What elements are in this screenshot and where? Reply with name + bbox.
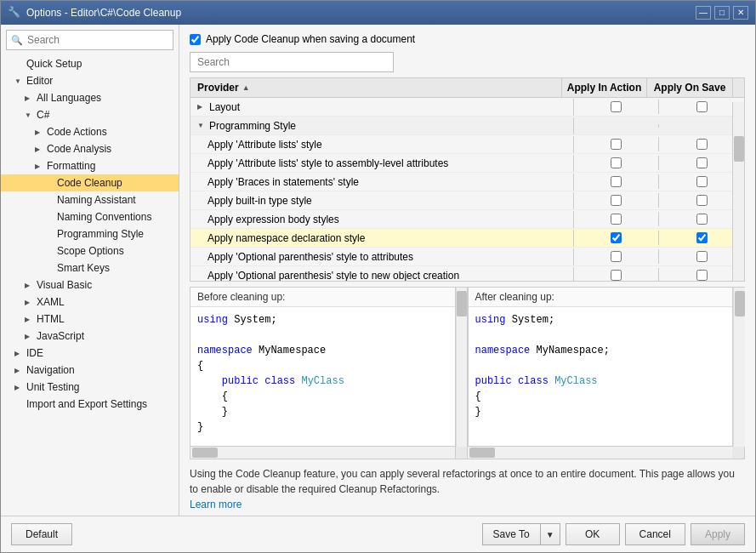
sidebar-item-html[interactable]: ▶ HTML — [1, 311, 179, 328]
sidebar-item-ide[interactable]: ▶ IDE — [1, 345, 179, 362]
default-button[interactable]: Default — [11, 523, 72, 545]
checkbox-optional-parens-attr-action[interactable] — [611, 251, 622, 262]
provider-row-layout[interactable]: ▶ Layout — [190, 98, 744, 117]
arrow-ide: ▶ — [14, 350, 23, 357]
save-to-wrap: Save To ▼ — [482, 523, 560, 545]
checkbox-namespace-action[interactable] — [611, 232, 622, 243]
before-scroll-corner — [456, 447, 468, 459]
checkbox-braces-save[interactable] — [696, 176, 708, 187]
cell-provider-optional-parens-attr: Apply 'Optional parenthesis' style to at… — [190, 248, 574, 265]
close-button[interactable]: ✕ — [733, 6, 748, 20]
checkbox-braces-action[interactable] — [611, 176, 622, 187]
sidebar-item-javascript[interactable]: ▶ JavaScript — [1, 328, 179, 345]
checkbox-optional-parens-attr-save[interactable] — [696, 251, 708, 262]
provider-table-header: Provider ▲ Apply In Action Apply On Save — [190, 78, 744, 98]
checkbox-layout-save[interactable] — [696, 101, 708, 112]
sidebar-item-scope-options[interactable]: Scope Options — [1, 242, 179, 259]
provider-row-attr-list[interactable]: Apply 'Attribute lists' style — [190, 135, 744, 154]
checkbox-layout-action[interactable] — [611, 101, 622, 112]
before-scrollbar-thumb[interactable] — [457, 291, 467, 316]
sidebar-item-visual-basic[interactable]: ▶ Visual Basic — [1, 276, 179, 294]
code-line: namespace MyNamespace — [197, 343, 448, 358]
cell-check-expression-body-action — [574, 212, 659, 226]
provider-search-input[interactable] — [190, 52, 394, 72]
after-hscroll-thumb[interactable] — [469, 448, 495, 458]
cancel-button[interactable]: Cancel — [625, 523, 685, 545]
col-header-provider[interactable]: Provider ▲ — [190, 78, 562, 97]
arrow-editor: ▼ — [14, 77, 23, 85]
cell-provider-layout: ▶ Layout — [190, 99, 574, 116]
provider-row-attr-assembly[interactable]: Apply 'Attribute lists' style to assembl… — [190, 154, 744, 173]
checkbox-builtin-action[interactable] — [611, 195, 622, 206]
sidebar-item-csharp[interactable]: ▼ C# — [1, 106, 179, 123]
checkbox-optional-parens-obj-action[interactable] — [611, 270, 622, 281]
provider-row-builtin[interactable]: Apply built-in type style — [190, 191, 744, 210]
sidebar-item-formatting[interactable]: ▶ Formatting — [1, 157, 179, 174]
cell-check-expression-body-save — [659, 212, 744, 226]
sidebar-item-naming-assistant[interactable]: Naming Assistant — [1, 191, 179, 208]
code-line: public class MyClass — [475, 373, 726, 389]
provider-row-expression-body[interactable]: Apply expression body styles — [190, 210, 744, 229]
sidebar-item-programming-style[interactable]: Programming Style — [1, 225, 179, 242]
provider-row-optional-parens-attr[interactable]: Apply 'Optional parenthesis' style to at… — [190, 248, 744, 266]
save-to-dropdown-button[interactable]: ▼ — [541, 524, 560, 544]
save-to-button[interactable]: Save To — [483, 524, 541, 544]
sidebar-search-box: 🔍 — [6, 30, 173, 50]
col-header-apply-action: Apply In Action — [562, 78, 647, 97]
sidebar-item-quick-setup[interactable]: Quick Setup — [1, 55, 179, 72]
apply-button[interactable]: Apply — [691, 523, 745, 545]
sidebar-item-all-languages[interactable]: ▶ All Languages — [1, 89, 179, 106]
sidebar-item-smart-keys[interactable]: Smart Keys — [1, 259, 179, 276]
after-scrollbar-thumb[interactable] — [735, 291, 745, 316]
sidebar-item-import-export[interactable]: Import and Export Settings — [1, 396, 179, 413]
checkbox-expression-body-save[interactable] — [696, 214, 708, 225]
cell-check-layout-action — [574, 100, 659, 114]
before-hscroll-thumb[interactable] — [192, 448, 218, 458]
provider-row-namespace-decl[interactable]: Apply namespace declaration style — [190, 229, 744, 248]
sidebar-item-editor[interactable]: ▼ Editor — [1, 72, 179, 89]
checkbox-namespace-save[interactable] — [696, 232, 708, 243]
after-hscroll[interactable] — [468, 447, 732, 459]
panel-top: Apply Code Cleanup when saving a documen… — [179, 25, 755, 77]
sidebar-item-code-cleanup[interactable]: Code Cleanup — [1, 174, 179, 191]
checkbox-attr-assembly-save[interactable] — [696, 157, 708, 168]
cell-provider-attr-assembly: Apply 'Attribute lists' style to assembl… — [190, 155, 574, 172]
sidebar-item-navigation[interactable]: ▶ Navigation — [1, 362, 179, 379]
checkbox-optional-parens-obj-save[interactable] — [696, 270, 708, 281]
provider-row-optional-parens-obj[interactable]: Apply 'Optional parenthesis' style to ne… — [190, 266, 744, 281]
provider-row-programming-style[interactable]: ▼ Programming Style — [190, 117, 744, 135]
apply-on-save-checkbox[interactable] — [190, 34, 201, 45]
ok-button[interactable]: OK — [566, 523, 620, 545]
checkbox-attr-assembly-action[interactable] — [611, 157, 622, 168]
table-scrollbar[interactable] — [732, 102, 744, 281]
after-panel-scrollbar[interactable] — [733, 287, 745, 447]
cell-check-braces-action — [574, 174, 659, 189]
sidebar-item-label: HTML — [37, 313, 65, 325]
sidebar-item-label: IDE — [26, 347, 43, 359]
before-hscroll[interactable] — [190, 447, 456, 459]
minimize-button[interactable]: — — [696, 6, 711, 20]
sidebar-item-unit-testing[interactable]: ▶ Unit Testing — [1, 379, 179, 396]
provider-table-body: ▶ Layout ▼ Progra — [190, 98, 744, 281]
table-scrollbar-thumb[interactable] — [734, 136, 744, 162]
sidebar-item-label: Visual Basic — [37, 279, 92, 291]
checkbox-builtin-save[interactable] — [696, 195, 708, 206]
learn-more-link[interactable]: Learn more — [190, 499, 242, 510]
content-area: 🔍 Quick Setup ▼ Editor ▶ All Languages — [1, 25, 755, 516]
sidebar-item-code-analysis[interactable]: ▶ Code Analysis — [1, 140, 179, 157]
checkbox-attr-list-action[interactable] — [611, 139, 622, 150]
code-line — [475, 328, 726, 343]
sidebar-item-code-actions[interactable]: ▶ Code Actions — [1, 123, 179, 140]
checkbox-expression-body-action[interactable] — [611, 214, 622, 225]
checkbox-attr-list-save[interactable] — [696, 139, 708, 150]
provider-row-braces[interactable]: Apply 'Braces in statements' style — [190, 173, 744, 191]
sidebar-item-naming-conventions[interactable]: Naming Conventions — [1, 208, 179, 225]
app-icon: 🔧 — [8, 6, 21, 20]
before-panel-scrollbar[interactable] — [456, 287, 468, 447]
sidebar-item-xaml[interactable]: ▶ XAML — [1, 294, 179, 311]
cell-provider-programming-style: ▼ Programming Style — [190, 117, 574, 134]
restore-button[interactable]: □ — [714, 6, 730, 20]
apply-on-save-row: Apply Code Cleanup when saving a documen… — [190, 33, 745, 45]
arrow-visual-basic: ▶ — [25, 282, 33, 289]
sidebar-search-input[interactable] — [6, 30, 173, 50]
